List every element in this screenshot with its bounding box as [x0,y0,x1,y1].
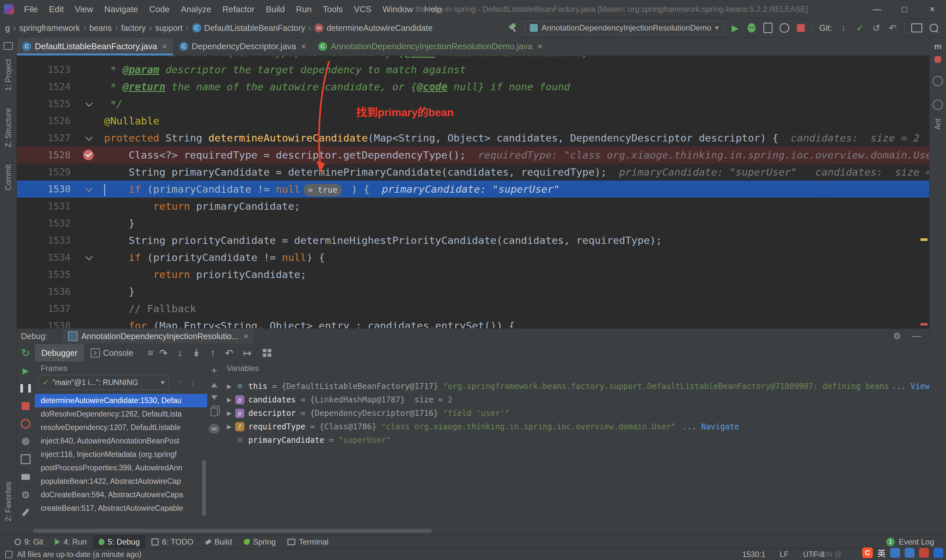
close-icon[interactable]: × [162,42,167,52]
ime-keyboard-icon[interactable] [890,548,900,558]
stack-frame-row[interactable]: postProcessProperties:399, AutowiredAnn [35,461,207,475]
menu-item-build[interactable]: Build [260,0,290,18]
expand-arrow-icon[interactable]: ▶ [223,423,235,430]
code-line-1532[interactable]: 1532 } [17,215,929,232]
code-line-1533[interactable]: 1533 String priorityCandidate = determin… [17,232,929,249]
stack-frame-row[interactable]: doResolveDependency:1262, DefaultLista [35,408,207,421]
code-line-1534[interactable]: 1534 if (priorityCandidate != null) { [17,249,929,266]
profiler-button[interactable] [780,22,789,34]
search-everywhere-button[interactable] [929,22,939,34]
code-line-1529[interactable]: 1529 String primaryCandidate = determine… [17,163,929,180]
step-out-icon[interactable]: ↑ [210,347,215,358]
inspect-link[interactable]: View [911,382,929,391]
stack-frame-row[interactable]: populateBean:1422, AbstractAutowireCap [35,475,207,488]
menu-item-navigate[interactable]: Navigate [99,0,144,18]
rerun-icon[interactable]: ↻ [20,348,31,358]
run-config-selector[interactable]: AnnotationDependencyInjectionResolutionD… [525,21,724,35]
close-icon[interactable]: × [301,42,306,52]
minimize-button[interactable]: — [863,0,891,18]
menu-item-refactor[interactable]: Refactor [217,0,260,18]
right-stripe-icon[interactable] [932,100,943,110]
tool-button-terminal[interactable]: Terminal [282,535,334,548]
menu-item-code[interactable]: Code [143,0,175,18]
expand-arrow-icon[interactable]: ▶ [223,410,235,417]
horizontal-scrollbar[interactable] [33,529,432,533]
menu-item-vcs[interactable]: VCS [348,0,377,18]
code-line-1531[interactable]: 1531 return primaryCandidate; [17,198,929,215]
settings-icon[interactable]: ⚙ [20,490,31,500]
move-up-icon[interactable] [211,383,217,387]
code-line-1524[interactable]: 1524 * @return the name of the autowire … [17,78,929,95]
code-editor[interactable]: 1522 * that match the required type, as … [17,56,929,328]
menu-item-window[interactable]: Window [377,0,419,18]
breadcrumb-item-support[interactable]: support [156,23,183,33]
variable-row-this[interactable]: ▶≡this = {DefaultListableBeanFactory@171… [221,380,929,393]
watches-toggle-icon[interactable]: ∞ [209,424,220,433]
menu-item-tools[interactable]: Tools [317,0,348,18]
expand-arrow-icon[interactable]: ▶ [223,383,235,390]
tool-button-build[interactable]: Build [199,535,238,548]
build-hammer-icon[interactable] [508,23,518,33]
code-line-1537[interactable]: 1537 // Fallback [17,300,929,317]
variable-row-descriptor[interactable]: ▶pdescriptor = {DependencyDescriptor@171… [221,406,929,420]
rollback-icon[interactable]: ↶ [888,22,898,34]
stripe-button-2-favorites[interactable]: 2: Favorites [4,482,13,521]
evaluate-expression-icon[interactable] [263,349,271,357]
close-button[interactable]: × [918,0,946,18]
menu-item-run[interactable]: Run [290,0,317,18]
maven-icon[interactable]: m [934,42,941,52]
copy-icon[interactable] [211,408,218,416]
previous-frame-icon[interactable]: ↑ [177,377,182,388]
stripe-button-commit[interactable]: Commit [4,165,13,191]
code-line-1523[interactable]: 1523 * @param descriptor the target depe… [17,61,929,78]
stop-icon[interactable] [20,401,31,411]
ime-symbol-icon[interactable] [919,548,929,558]
breakpoint-icon[interactable] [83,150,94,160]
menu-item-edit[interactable]: Edit [43,0,69,18]
mute-breakpoints-icon[interactable] [20,437,31,446]
warning-stripe-mark[interactable] [920,238,928,241]
stripe-button-1-project[interactable]: 1: Project [4,59,13,91]
stack-frame-row[interactable]: resolveDependency:1207, DefaultListable [35,421,207,434]
history-icon[interactable]: ↺ [871,22,881,34]
code-line-1527[interactable]: 1527protected String determineAutowireCa… [17,129,929,146]
error-stripe-mark[interactable] [920,323,928,326]
stack-frame-row[interactable]: doCreateBean:594, AbstractAutowireCapa [35,488,207,502]
ime-language-indicator[interactable]: 英 [877,547,886,559]
variable-row-primaryCandidate[interactable]: ≡primaryCandidate = "superUser" [221,433,929,447]
commit-icon[interactable]: ✓ [855,22,865,34]
tool-button-5-debug[interactable]: 5: Debug [92,535,145,548]
close-icon[interactable]: × [243,331,248,342]
tool-button-4-run[interactable]: 4: Run [49,535,92,548]
step-over-icon[interactable]: ↷ [159,347,168,359]
list-icon[interactable]: ≡ [148,347,154,358]
force-step-into-icon[interactable]: ↡ [192,347,200,359]
tool-button-9-git[interactable]: 9: Git [9,535,49,548]
stack-frame-row[interactable]: determineAutowireCandidate:1530, Defau [35,394,207,408]
code-line-1525[interactable]: 1525 */ [17,95,929,112]
step-into-icon[interactable]: ↓ [177,347,182,358]
stripe-button-ant[interactable]: Ant [934,118,942,130]
editor-tab[interactable]: CDependencyDescriptor.java× [173,37,313,55]
code-line-1530[interactable]: 1530 if (primaryCandidate != null= true … [17,180,929,198]
thread-selector[interactable]: ✓ "main"@1 i...": RUNNING ▾ [38,375,169,390]
stop-button[interactable] [796,22,806,34]
debug-view-tab-debugger[interactable]: Debugger [35,344,84,362]
menu-item-file[interactable]: File [18,0,43,18]
right-stripe-icon[interactable] [932,76,943,86]
fold-icon[interactable] [85,253,93,261]
error-notification-badge[interactable] [935,56,941,63]
debug-settings-icon[interactable]: ⚙ [893,331,901,342]
line-separator[interactable]: LF [780,550,789,559]
breadcrumb-item-factory[interactable]: factory [121,23,146,33]
debug-session-tab[interactable]: AnnotationDependencyInjectionResolutio..… [63,329,254,344]
project-folder-icon[interactable] [4,42,13,50]
event-log-button[interactable]: 1 Event Log [886,537,946,546]
pin-icon[interactable] [20,508,31,517]
debug-button[interactable] [747,22,756,34]
restore-layout-icon[interactable] [20,454,31,464]
code-line-1538[interactable]: 1538 for (Map.Entry<String, Object> entr… [17,317,929,328]
editor-tab[interactable]: CAnnotationDependencyInjectionResolution… [313,37,548,55]
ime-panel-icon[interactable] [904,548,914,558]
code-line-1526[interactable]: 1526@Nullable [17,112,929,129]
